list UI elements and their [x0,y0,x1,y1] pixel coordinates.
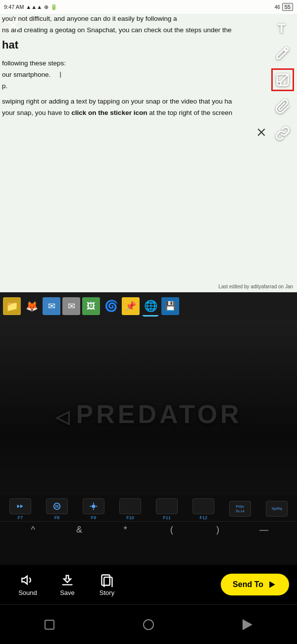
ampersand-key[interactable]: & [69,525,89,535]
taskbar-mail-blue-icon[interactable]: ✉ [43,297,60,315]
dash-key[interactable]: — [254,525,274,535]
wifi-icon: ⊕ [44,4,49,10]
nav-home-button[interactable] [140,616,157,634]
send-to-button[interactable]: Send To [221,574,289,595]
x-overlay [255,126,267,138]
symbol-row: ^ & * ( ) — [0,522,297,538]
signal-icon: ▲▲▲ [26,4,42,10]
sound-button[interactable]: Sound [8,573,48,596]
taskbar-mail-gray-icon[interactable]: ✉ [62,297,80,315]
taskbar-drive-icon[interactable]: 💾 [161,297,179,315]
close-button[interactable] [4,16,23,35]
f8-key[interactable]: F8 [44,498,70,520]
battery-icon: 🔋 [50,4,57,10]
f7-key[interactable]: F7 [7,498,33,520]
send-to-label: Send To [233,580,263,589]
asterisk-key[interactable]: * [115,525,135,535]
time: 9:47 AM [4,4,24,10]
svg-point-8 [92,504,95,508]
svg-point-7 [54,503,60,510]
nav-recent-button[interactable] [239,616,256,634]
svg-line-6 [281,74,288,82]
battery-percent: 46 [275,4,280,10]
doc-line-6: p. [2,81,261,92]
document-text: you'r not difficult, and anyone can do i… [0,0,265,123]
caret-key[interactable]: ^ [23,525,43,535]
doc-line-3: hat [2,37,261,54]
action-bar: Sound Save Story Send To [0,565,297,604]
f9-key[interactable]: F9 [81,498,106,520]
doc-line-5: our smartphone. [2,70,261,80]
doc-line-2: ns and creating a geotag on Snapchat, yo… [2,25,261,36]
taskbar-image-icon[interactable]: 🖼 [82,297,100,315]
text-tool-button[interactable]: T [271,15,294,38]
fkey-row: F7 F8 F9 F10 F11 F12 [0,495,297,522]
svg-marker-17 [269,581,275,588]
sticker-button[interactable] [271,68,294,91]
edit-button[interactable] [271,42,294,64]
prtsc-key[interactable]: PrtScSc Lk [227,501,253,518]
f10-key[interactable]: F10 [117,498,143,520]
battery-box: 55 [282,3,293,11]
doc-line-7: swiping right or adding a text by tappin… [2,97,261,107]
doc-line-8: your snap, you have to click on the stic… [2,108,261,118]
save-button[interactable]: Save [48,573,87,596]
svg-text:T: T [278,21,285,34]
document-area: you'r not difficult, and anyone can do i… [0,0,297,292]
sysrq-key[interactable]: SysRq [264,501,290,518]
status-bar: 9:47 AM ▲▲▲ ⊕ 🔋 46 55 [0,0,297,14]
doc-line-4: following these steps: [2,58,261,69]
sound-label: Sound [18,589,37,596]
status-right: 46 55 [275,3,293,11]
svg-marker-13 [22,576,27,584]
status-left: 9:47 AM ▲▲▲ ⊕ 🔋 [4,4,57,10]
f12-key[interactable]: F12 [191,498,216,520]
nav-back-button[interactable] [41,616,58,634]
open-paren-key[interactable]: ( [162,525,182,535]
taskbar-firefox-icon[interactable]: 🦊 [23,297,41,315]
taskbar: 📁 🦊 ✉ ✉ 🖼 🌀 📌 🌐 💾 [0,292,297,320]
svg-rect-15 [102,575,110,585]
story-button[interactable]: Story [87,573,127,596]
taskbar-chrome-active-icon[interactable]: 🌐 [142,297,159,315]
text-cursor: I [59,71,61,80]
close-paren-key[interactable]: ) [208,525,228,535]
taskbar-sticky-icon[interactable]: 📌 [122,297,140,315]
acer-predator-logo: ◁PREDATOR [55,399,242,429]
save-label: Save [60,589,75,596]
taskbar-folder-icon[interactable]: 📁 [3,297,21,315]
link-button[interactable] [271,122,294,145]
story-label: Story [99,589,114,596]
nav-bar [0,604,297,644]
keyboard-area: F7 F8 F9 F10 F11 F12 [0,495,297,575]
taskbar-edge-icon[interactable]: 🌀 [102,297,120,315]
attach-button[interactable] [271,95,294,118]
document-footer: Last edited by adityafarrad on Jan [218,284,293,289]
laptop-area: ◁PREDATOR [0,320,297,508]
doc-line-1: you'r not difficult, and anyone can do i… [2,14,261,24]
right-toolbar: T [271,15,294,145]
f11-key[interactable]: F11 [154,498,180,520]
